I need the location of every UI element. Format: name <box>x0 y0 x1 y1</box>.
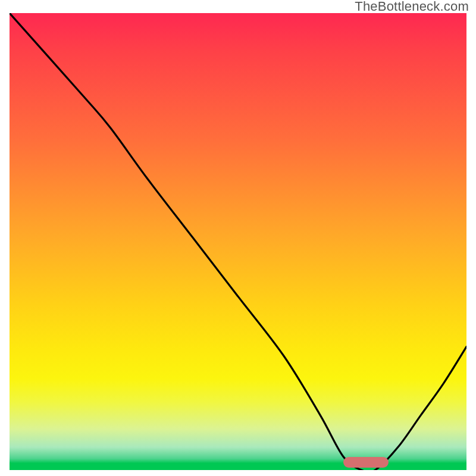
optimal-range-marker <box>343 457 389 468</box>
chart-background-gradient <box>10 13 466 470</box>
chart-stage: TheBottleneck.com <box>0 0 476 476</box>
watermark-text: TheBottleneck.com <box>355 0 469 14</box>
